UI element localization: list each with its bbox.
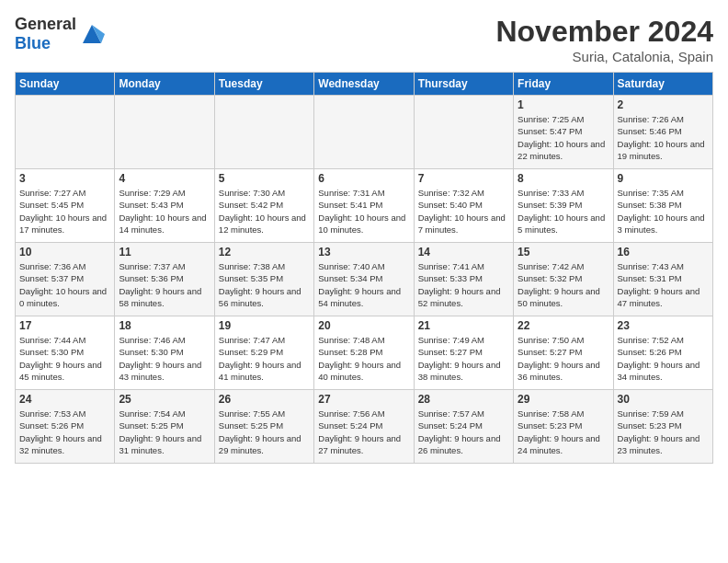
location: Suria, Catalonia, Spain xyxy=(495,49,713,64)
calendar-day-cell: 9Sunrise: 7:35 AMSunset: 5:38 PMDaylight… xyxy=(613,169,712,243)
day-info: Sunrise: 7:56 AMSunset: 5:24 PMDaylight:… xyxy=(318,408,409,456)
calendar-body: 1Sunrise: 7:25 AMSunset: 5:47 PMDaylight… xyxy=(16,96,713,464)
day-info: Sunrise: 7:41 AMSunset: 5:33 PMDaylight:… xyxy=(418,260,509,309)
day-info: Sunrise: 7:32 AMSunset: 5:40 PMDaylight:… xyxy=(418,187,509,236)
logo: General Blue xyxy=(15,15,105,52)
day-info: Sunrise: 7:27 AMSunset: 5:45 PMDaylight:… xyxy=(19,187,110,236)
calendar-day-cell: 6Sunrise: 7:31 AMSunset: 5:41 PMDaylight… xyxy=(314,169,414,243)
calendar-day-cell: 24Sunrise: 7:53 AMSunset: 5:26 PMDayligh… xyxy=(16,390,115,464)
day-info: Sunrise: 7:53 AMSunset: 5:26 PMDaylight:… xyxy=(19,408,110,456)
calendar-day-cell: 27Sunrise: 7:56 AMSunset: 5:24 PMDayligh… xyxy=(314,390,414,464)
day-number: 13 xyxy=(318,246,409,259)
day-info: Sunrise: 7:59 AMSunset: 5:23 PMDaylight:… xyxy=(618,408,709,456)
day-info: Sunrise: 7:35 AMSunset: 5:38 PMDaylight:… xyxy=(618,187,709,236)
calendar-day-cell: 28Sunrise: 7:57 AMSunset: 5:24 PMDayligh… xyxy=(414,390,513,464)
weekday-header-cell: Friday xyxy=(514,73,613,96)
day-info: Sunrise: 7:42 AMSunset: 5:32 PMDaylight:… xyxy=(518,260,609,309)
calendar-day-cell: 16Sunrise: 7:43 AMSunset: 5:31 PMDayligh… xyxy=(613,243,712,316)
logo-general: General xyxy=(15,15,76,33)
calendar-day-cell: 4Sunrise: 7:29 AMSunset: 5:43 PMDaylight… xyxy=(115,169,214,243)
day-info: Sunrise: 7:57 AMSunset: 5:24 PMDaylight:… xyxy=(418,408,509,456)
day-number: 7 xyxy=(418,172,509,185)
title-block: November 2024 Suria, Catalonia, Spain xyxy=(495,15,713,64)
day-info: Sunrise: 7:36 AMSunset: 5:37 PMDaylight:… xyxy=(19,260,110,309)
day-number: 20 xyxy=(318,319,409,332)
day-number: 18 xyxy=(119,319,210,332)
logo-icon xyxy=(79,21,105,47)
day-number: 9 xyxy=(618,172,709,185)
day-number: 14 xyxy=(418,246,509,259)
day-number: 30 xyxy=(618,393,709,406)
day-number: 22 xyxy=(518,319,609,332)
day-number: 25 xyxy=(119,393,210,406)
calendar-day-cell xyxy=(16,96,115,169)
day-number: 29 xyxy=(518,393,609,406)
day-info: Sunrise: 7:58 AMSunset: 5:23 PMDaylight:… xyxy=(518,408,609,456)
day-info: Sunrise: 7:47 AMSunset: 5:29 PMDaylight:… xyxy=(219,334,310,383)
calendar-day-cell: 20Sunrise: 7:48 AMSunset: 5:28 PMDayligh… xyxy=(314,316,414,390)
calendar-day-cell: 15Sunrise: 7:42 AMSunset: 5:32 PMDayligh… xyxy=(514,243,613,316)
day-number: 5 xyxy=(219,172,310,185)
calendar-day-cell: 23Sunrise: 7:52 AMSunset: 5:26 PMDayligh… xyxy=(613,316,712,390)
day-number: 17 xyxy=(19,319,110,332)
day-info: Sunrise: 7:40 AMSunset: 5:34 PMDaylight:… xyxy=(318,260,409,309)
day-number: 3 xyxy=(19,172,110,185)
day-info: Sunrise: 7:48 AMSunset: 5:28 PMDaylight:… xyxy=(318,334,409,383)
day-info: Sunrise: 7:33 AMSunset: 5:39 PMDaylight:… xyxy=(518,187,609,236)
day-number: 28 xyxy=(418,393,509,406)
weekday-header-cell: Saturday xyxy=(613,73,712,96)
day-info: Sunrise: 7:37 AMSunset: 5:36 PMDaylight:… xyxy=(119,260,210,309)
calendar-day-cell: 13Sunrise: 7:40 AMSunset: 5:34 PMDayligh… xyxy=(314,243,414,316)
day-info: Sunrise: 7:46 AMSunset: 5:30 PMDaylight:… xyxy=(119,334,210,383)
day-info: Sunrise: 7:30 AMSunset: 5:42 PMDaylight:… xyxy=(219,187,310,236)
calendar-day-cell: 26Sunrise: 7:55 AMSunset: 5:25 PMDayligh… xyxy=(214,390,313,464)
day-info: Sunrise: 7:55 AMSunset: 5:25 PMDaylight:… xyxy=(219,408,310,456)
day-info: Sunrise: 7:49 AMSunset: 5:27 PMDaylight:… xyxy=(418,334,509,383)
calendar-day-cell xyxy=(414,96,513,169)
day-number: 16 xyxy=(618,246,709,259)
calendar-day-cell xyxy=(314,96,414,169)
day-number: 15 xyxy=(518,246,609,259)
calendar-day-cell xyxy=(115,96,214,169)
calendar-day-cell: 22Sunrise: 7:50 AMSunset: 5:27 PMDayligh… xyxy=(514,316,613,390)
weekday-header-cell: Thursday xyxy=(414,73,513,96)
logo-blue: Blue xyxy=(15,34,51,52)
day-number: 10 xyxy=(19,246,110,259)
weekday-header-row: SundayMondayTuesdayWednesdayThursdayFrid… xyxy=(16,73,713,96)
day-info: Sunrise: 7:29 AMSunset: 5:43 PMDaylight:… xyxy=(119,187,210,236)
day-info: Sunrise: 7:31 AMSunset: 5:41 PMDaylight:… xyxy=(318,187,409,236)
day-info: Sunrise: 7:52 AMSunset: 5:26 PMDaylight:… xyxy=(618,334,709,383)
day-number: 1 xyxy=(518,98,609,111)
calendar-week-row: 17Sunrise: 7:44 AMSunset: 5:30 PMDayligh… xyxy=(16,316,713,390)
calendar-day-cell: 14Sunrise: 7:41 AMSunset: 5:33 PMDayligh… xyxy=(414,243,513,316)
day-number: 6 xyxy=(318,172,409,185)
calendar-week-row: 10Sunrise: 7:36 AMSunset: 5:37 PMDayligh… xyxy=(16,243,713,316)
day-number: 4 xyxy=(119,172,210,185)
day-number: 2 xyxy=(618,98,709,111)
day-number: 23 xyxy=(618,319,709,332)
month-title: November 2024 xyxy=(495,15,713,49)
calendar-day-cell: 5Sunrise: 7:30 AMSunset: 5:42 PMDaylight… xyxy=(214,169,313,243)
calendar-day-cell: 29Sunrise: 7:58 AMSunset: 5:23 PMDayligh… xyxy=(514,390,613,464)
calendar-day-cell xyxy=(214,96,313,169)
day-number: 8 xyxy=(518,172,609,185)
calendar-day-cell: 10Sunrise: 7:36 AMSunset: 5:37 PMDayligh… xyxy=(16,243,115,316)
day-number: 12 xyxy=(219,246,310,259)
calendar-day-cell: 8Sunrise: 7:33 AMSunset: 5:39 PMDaylight… xyxy=(514,169,613,243)
calendar-day-cell: 11Sunrise: 7:37 AMSunset: 5:36 PMDayligh… xyxy=(115,243,214,316)
day-number: 27 xyxy=(318,393,409,406)
calendar-table: SundayMondayTuesdayWednesdayThursdayFrid… xyxy=(15,72,713,464)
day-info: Sunrise: 7:38 AMSunset: 5:35 PMDaylight:… xyxy=(219,260,310,309)
day-info: Sunrise: 7:43 AMSunset: 5:31 PMDaylight:… xyxy=(618,260,709,309)
calendar-week-row: 24Sunrise: 7:53 AMSunset: 5:26 PMDayligh… xyxy=(16,390,713,464)
weekday-header-cell: Wednesday xyxy=(314,73,414,96)
day-info: Sunrise: 7:44 AMSunset: 5:30 PMDaylight:… xyxy=(19,334,110,383)
calendar-day-cell: 2Sunrise: 7:26 AMSunset: 5:46 PMDaylight… xyxy=(613,96,712,169)
page-header: General Blue November 2024 Suria, Catalo… xyxy=(15,15,713,64)
day-info: Sunrise: 7:50 AMSunset: 5:27 PMDaylight:… xyxy=(518,334,609,383)
day-number: 21 xyxy=(418,319,509,332)
calendar-day-cell: 1Sunrise: 7:25 AMSunset: 5:47 PMDaylight… xyxy=(514,96,613,169)
calendar-day-cell: 3Sunrise: 7:27 AMSunset: 5:45 PMDaylight… xyxy=(16,169,115,243)
day-number: 19 xyxy=(219,319,310,332)
weekday-header-cell: Monday xyxy=(115,73,214,96)
